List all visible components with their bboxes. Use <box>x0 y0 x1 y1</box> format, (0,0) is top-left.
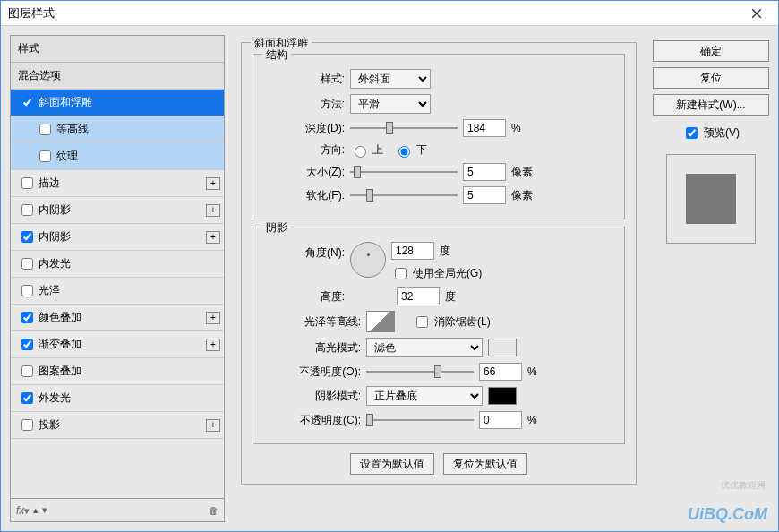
style-item-10[interactable]: 图案叠加 <box>11 358 224 385</box>
style-item-label: 内阴影 <box>39 202 71 218</box>
shading-group: 阴影 角度(N): 度 使用全局光(G) 高度: <box>253 227 625 444</box>
bevel-group: 斜面和浮雕 结构 样式: 外斜面 方法: 平滑 深度(D): <box>241 42 637 485</box>
style-item-7[interactable]: 光泽 <box>11 278 224 305</box>
shadow-opacity-slider[interactable] <box>366 412 474 428</box>
highlight-opacity-slider[interactable] <box>366 364 474 380</box>
style-checkbox[interactable] <box>21 419 33 431</box>
fx-menu-button[interactable]: fx▾ <box>16 504 30 517</box>
style-item-12[interactable]: 投影+ <box>11 412 224 439</box>
style-item-3[interactable]: 描边+ <box>11 170 224 197</box>
ok-button[interactable]: 确定 <box>653 40 769 62</box>
highlight-opacity-input[interactable] <box>479 363 522 381</box>
opacity1-label: 不透明度(O): <box>264 365 361 380</box>
size-slider[interactable] <box>350 164 458 180</box>
depth-input[interactable] <box>463 119 506 137</box>
style-checkbox[interactable] <box>21 392 33 404</box>
style-checkbox[interactable] <box>21 339 33 350</box>
soften-slider[interactable] <box>350 187 458 203</box>
style-checkbox[interactable] <box>21 231 33 243</box>
style-item-4[interactable]: 内阴影+ <box>11 197 224 224</box>
depth-unit: % <box>511 122 521 134</box>
close-icon <box>752 9 761 18</box>
close-button[interactable] <box>742 4 771 22</box>
method-select[interactable]: 平滑 <box>350 94 431 114</box>
style-item-1[interactable]: 等高线 <box>11 116 224 143</box>
highlight-mode-label: 高光模式: <box>264 340 361 356</box>
preview-box <box>666 154 756 244</box>
depth-slider[interactable] <box>350 120 458 136</box>
soften-input[interactable] <box>463 186 506 204</box>
add-effect-button[interactable]: + <box>206 177 220 190</box>
angle-dial[interactable] <box>350 242 386 278</box>
style-item-label: 光泽 <box>39 283 60 298</box>
size-unit: 像素 <box>511 165 533 180</box>
style-item-11[interactable]: 外发光 <box>11 385 224 412</box>
style-item-label: 图案叠加 <box>39 364 81 379</box>
style-item-label: 内阴影 <box>39 229 71 245</box>
opacity2-label: 不透明度(C): <box>264 413 361 428</box>
style-checkbox[interactable] <box>21 365 33 377</box>
style-select[interactable]: 外斜面 <box>350 69 431 89</box>
shading-legend: 阴影 <box>262 220 291 236</box>
structure-legend: 结构 <box>262 47 291 63</box>
direction-up-radio[interactable]: 上 <box>350 142 383 158</box>
style-item-label: 描边 <box>39 176 60 191</box>
shadow-mode-label: 阴影模式: <box>264 389 361 404</box>
add-effect-button[interactable]: + <box>206 339 220 351</box>
altitude-input[interactable] <box>397 287 440 305</box>
preview-checkbox[interactable]: 预览(V) <box>653 124 769 142</box>
add-effect-button[interactable]: + <box>206 312 220 324</box>
style-item-label: 投影 <box>39 417 60 433</box>
style-item-9[interactable]: 渐变叠加+ <box>11 331 224 358</box>
angle-unit: 度 <box>440 244 450 259</box>
effects-list: 斜面和浮雕等高线纹理描边+内阴影+内阴影+内发光光泽颜色叠加+渐变叠加+图案叠加… <box>11 90 224 498</box>
style-item-label: 外发光 <box>39 390 71 406</box>
style-checkbox[interactable] <box>39 124 51 135</box>
move-down-icon[interactable]: ▾ <box>42 504 47 516</box>
style-item-label: 纹理 <box>56 149 78 164</box>
highlight-color-swatch[interactable] <box>488 339 517 356</box>
add-effect-button[interactable]: + <box>206 204 220 217</box>
make-default-button[interactable]: 设置为默认值 <box>350 453 434 475</box>
shadow-opacity-input[interactable] <box>479 411 522 429</box>
shadow-mode-select[interactable]: 正片叠底 <box>366 386 483 406</box>
style-checkbox[interactable] <box>21 204 33 216</box>
direction-down-radio[interactable]: 下 <box>394 142 427 158</box>
style-item-6[interactable]: 内发光 <box>11 251 224 278</box>
size-input[interactable] <box>463 163 506 181</box>
style-item-label: 等高线 <box>56 122 89 137</box>
add-effect-button[interactable]: + <box>206 419 220 432</box>
angle-label: 角度(N): <box>264 245 345 261</box>
trash-icon[interactable]: 🗑 <box>209 505 218 516</box>
style-item-5[interactable]: 内阴影+ <box>11 224 224 251</box>
direction-label: 方向: <box>264 142 345 158</box>
highlight-mode-select[interactable]: 滤色 <box>366 338 483 357</box>
antialias-checkbox[interactable]: 消除锯齿(L) <box>413 313 491 330</box>
new-style-button[interactable]: 新建样式(W)... <box>653 94 769 116</box>
window-title: 图层样式 <box>8 5 55 21</box>
preview-swatch <box>686 174 736 224</box>
add-effect-button[interactable]: + <box>206 231 220 244</box>
size-label: 大小(Z): <box>264 165 345 180</box>
style-checkbox[interactable] <box>21 312 33 323</box>
style-checkbox[interactable] <box>39 150 51 162</box>
style-checkbox[interactable] <box>21 258 33 270</box>
style-item-2[interactable]: 纹理 <box>11 143 224 170</box>
shadow-color-swatch[interactable] <box>488 387 517 405</box>
gloss-contour-label: 光泽等高线: <box>264 314 361 330</box>
reset-default-button[interactable]: 复位为默认值 <box>443 453 527 475</box>
style-checkbox[interactable] <box>21 285 33 296</box>
move-up-icon[interactable]: ▴ <box>33 504 39 516</box>
blending-options-header[interactable]: 混合选项 <box>11 63 224 90</box>
style-item-0[interactable]: 斜面和浮雕 <box>11 90 224 116</box>
angle-input[interactable] <box>391 242 434 260</box>
style-checkbox[interactable] <box>21 97 33 108</box>
gloss-contour-picker[interactable] <box>366 311 395 332</box>
cancel-button[interactable]: 复位 <box>653 67 769 89</box>
global-light-checkbox[interactable]: 使用全局光(G) <box>391 265 482 282</box>
style-item-label: 渐变叠加 <box>39 337 81 352</box>
style-item-8[interactable]: 颜色叠加+ <box>11 305 224 331</box>
style-checkbox[interactable] <box>21 177 33 189</box>
styles-header[interactable]: 样式 <box>11 36 224 63</box>
method-label: 方法: <box>264 97 345 112</box>
